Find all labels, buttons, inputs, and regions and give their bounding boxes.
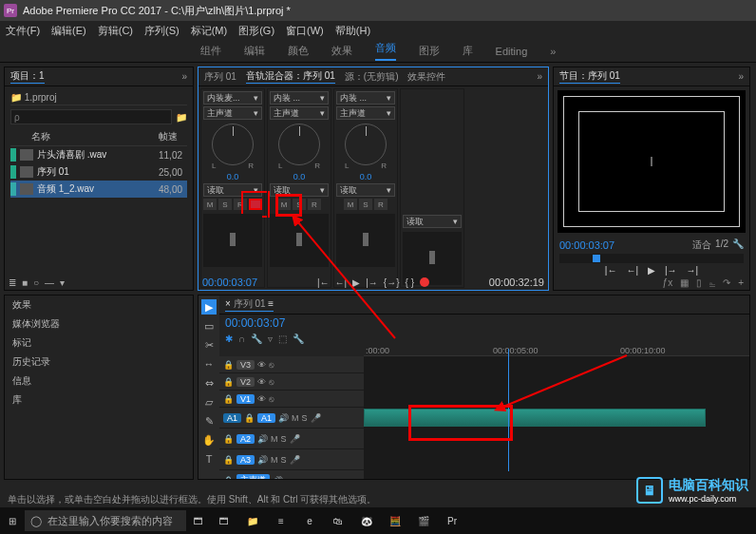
eye-icon[interactable]: 👁 [257, 360, 266, 370]
sync-lock-icon[interactable]: ⎋ [269, 360, 274, 370]
lock-icon[interactable]: 🔒 [244, 413, 255, 423]
pan-knob[interactable] [212, 124, 254, 165]
project-row[interactable]: 序列 01 25,00 [10, 163, 187, 181]
selection-tool-icon[interactable]: ▶ [201, 299, 217, 315]
panel-menu-icon[interactable]: » [181, 71, 187, 82]
lock-icon[interactable]: 🔒 [223, 455, 234, 465]
mixer-tab-effects[interactable]: 效果控件 [407, 70, 445, 84]
taskbar-app-icon[interactable]: ≡ [268, 509, 294, 532]
solo-button[interactable]: S [359, 199, 372, 210]
step-fwd-icon[interactable]: |→ [366, 277, 378, 288]
sort-icon[interactable]: ▾ [60, 277, 65, 288]
volume-fader[interactable] [336, 214, 395, 267]
insert-icon[interactable]: ⬚ [278, 334, 287, 344]
hand-tool-icon[interactable]: ✎ [201, 413, 217, 429]
markers-tab[interactable]: 标记 [5, 334, 193, 353]
taskbar-app-icon[interactable]: e [296, 509, 323, 532]
loop-icon[interactable]: { } [406, 277, 414, 288]
settings-icon[interactable]: ▿ [268, 334, 273, 344]
track-target-toggle[interactable]: A2 [236, 434, 255, 444]
program-scrubber[interactable] [559, 254, 744, 263]
mute-toggle[interactable]: M [292, 413, 299, 423]
timeline-playhead[interactable] [508, 349, 509, 471]
menu-sequence[interactable]: 序列(S) [144, 24, 180, 38]
record-icon[interactable] [420, 277, 429, 287]
program-timecode[interactable]: 00:00:03:07 [559, 239, 614, 251]
menu-clip[interactable]: 剪辑(C) [98, 24, 133, 38]
export-frame-icon[interactable]: ⎁ [709, 277, 715, 288]
zoom-slider[interactable]: — [45, 277, 54, 288]
goto-out-icon[interactable]: →| [687, 265, 699, 276]
eye-icon[interactable]: 👁 [257, 377, 266, 387]
voiceover-icon[interactable]: 🎤 [290, 434, 300, 444]
track-content[interactable] [364, 429, 749, 448]
play-icon[interactable]: ▶ [648, 265, 655, 276]
workspace-audio[interactable]: 音频 [375, 41, 396, 61]
taskbar-app-icon[interactable]: 🛍 [325, 509, 351, 532]
timeline-ruler[interactable]: :00:00 00:00:05:00 00:00:10:00 [364, 346, 749, 356]
step-fwd-icon[interactable]: |→ [665, 265, 677, 276]
solo-toggle[interactable]: S [281, 455, 287, 465]
workspace-editing2[interactable]: Editing [496, 46, 528, 57]
voiceover-icon[interactable]: 🎤 [311, 413, 321, 423]
record-arm-button[interactable]: R [374, 199, 387, 210]
volume-fader[interactable] [270, 214, 329, 267]
pan-knob[interactable] [278, 124, 320, 165]
goto-out-icon[interactable]: {→} [384, 277, 400, 288]
lock-icon[interactable]: 🔒 [223, 360, 234, 370]
track-target-toggle[interactable]: 主声道 [236, 474, 270, 479]
speaker-icon[interactable]: 🔊 [273, 476, 283, 480]
input-dropdown[interactable]: 内装 ...▾ [270, 91, 329, 105]
lock-icon[interactable]: 🔒 [223, 377, 234, 387]
mute-toggle[interactable]: M [271, 434, 278, 444]
input-dropdown[interactable]: 内装麦...▾ [203, 91, 262, 105]
taskbar-app-icon[interactable]: 🎬 [410, 509, 437, 532]
mixer-tab-source[interactable]: 源：(无剪辑) [345, 70, 399, 84]
mute-button[interactable]: M [277, 199, 291, 210]
workspace-effects[interactable]: 效果 [331, 44, 352, 58]
track-target-toggle[interactable]: A1 [257, 413, 275, 423]
freeform-view-icon[interactable]: ○ [33, 277, 39, 288]
fit-dropdown[interactable]: 适合 [692, 238, 711, 252]
solo-button[interactable]: S [218, 199, 232, 210]
taskbar-app-icon[interactable]: 🗔 [211, 509, 237, 532]
track-target-toggle[interactable]: A3 [236, 455, 255, 465]
timeline-tab[interactable]: × 序列 01 ≡ [225, 297, 274, 312]
goto-in-icon[interactable]: |← [605, 265, 617, 276]
task-view-icon[interactable]: 🗔 [190, 512, 207, 529]
goto-in-icon[interactable]: |← [317, 277, 330, 288]
play-icon[interactable]: ▶ [352, 277, 360, 288]
lock-icon[interactable]: 🔒 [223, 476, 234, 480]
input-dropdown[interactable]: 内装 ...▾ [336, 91, 395, 105]
track-target-toggle[interactable]: V1 [236, 394, 255, 404]
speaker-icon[interactable]: 🔊 [257, 434, 268, 444]
output-dropdown[interactable]: 主声道▾ [203, 106, 262, 120]
wrench-icon[interactable]: 🔧 [293, 334, 304, 344]
menu-window[interactable]: 窗口(W) [286, 24, 324, 38]
project-row[interactable]: 片头清喜剧 .wav 11,02 [10, 146, 187, 163]
fx-icon[interactable]: ƒx [663, 277, 673, 288]
zoom-tool-icon[interactable]: ✋ [201, 432, 217, 448]
icon-view-icon[interactable]: ■ [22, 277, 28, 288]
lift-icon[interactable]: ↷ [723, 277, 730, 288]
taskbar-app-icon[interactable]: 📁 [239, 509, 266, 532]
step-back-icon[interactable]: ←| [626, 265, 638, 276]
record-arm-button[interactable]: R [234, 199, 247, 210]
new-bin-icon[interactable]: 📁 [176, 112, 187, 123]
workspace-overflow-icon[interactable]: » [550, 46, 556, 57]
automation-mode-dropdown[interactable]: 读取▾ [403, 215, 462, 228]
audio-clip[interactable] [364, 409, 706, 427]
history-tab[interactable]: 历史记录 [5, 353, 193, 372]
settings-icon[interactable]: 🔧 [732, 238, 744, 252]
record-arm-button[interactable]: R [308, 199, 321, 210]
pen-tool-icon[interactable]: ▱ [201, 394, 217, 410]
effects-tab[interactable]: 效果 [5, 296, 193, 315]
project-row[interactable]: 音频 1_2.wav 48,00 [10, 181, 187, 198]
list-view-icon[interactable]: ≣ [9, 277, 16, 288]
project-tab[interactable]: 项目：1 [10, 69, 45, 84]
workspace-editing[interactable]: 编辑 [244, 44, 265, 58]
snap-icon[interactable]: ✱ [225, 334, 233, 344]
media-browser-tab[interactable]: 媒体浏览器 [5, 315, 193, 334]
solo-button[interactable]: S [293, 199, 306, 210]
record-enable-button[interactable] [249, 199, 262, 210]
